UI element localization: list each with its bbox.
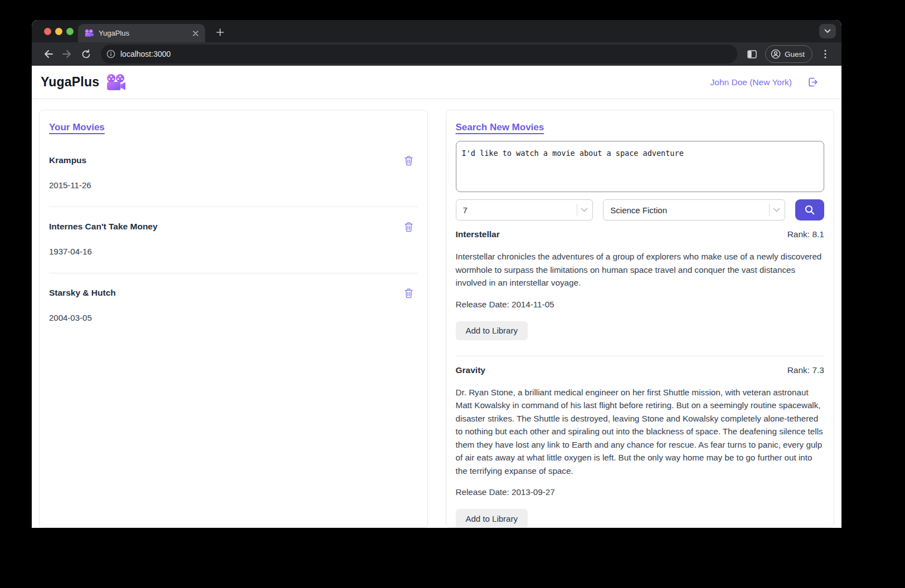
new-tab-button[interactable] [213,25,227,40]
movie-release-date: 1937-04-16 [49,247,418,256]
movie-title: Krampus [49,155,86,165]
browser-menu-icon[interactable] [818,46,833,62]
search-button[interactable] [795,199,824,220]
logout-button[interactable] [806,76,818,88]
brand: YugaPlus [41,74,126,91]
logout-icon [806,76,818,88]
search-icon [804,204,815,215]
main-content: Your Movies Krampus 201 [32,99,841,528]
result-rank: Rank: 7.3 [787,365,824,375]
genre-select[interactable]: Science Fiction [603,199,785,220]
profile-label: Guest [785,50,805,58]
your-movies-panel: Your Movies Krampus 201 [39,110,428,528]
genre-select-value: Science Fiction [610,205,766,215]
select-divider [769,204,770,216]
reload-button[interactable] [78,46,94,62]
tab-search-chevron-button[interactable] [819,24,836,38]
browser-window: YugaPlus [32,20,841,528]
user-area: John Doe (New York) [711,76,818,88]
trash-icon [404,288,413,298]
chevron-down-icon [581,208,588,212]
forward-button[interactable] [59,46,75,62]
search-result-item: Gravity Rank: 7.3 Dr. Ryan Stone, a bril… [456,356,825,528]
search-result-item: Interstellar Rank: 8.1 Interstellar chro… [456,220,825,355]
chevron-down-icon [773,208,780,212]
tab-favicon-movie-camera-icon [85,29,94,37]
tab-title: YugaPlus [99,29,191,37]
rank-select-value: 7 [463,205,574,215]
fullscreen-window-button[interactable] [66,28,74,35]
tab-strip: YugaPlus [32,20,841,42]
search-new-movies-panel: Search New Movies I'd like to watch a mo… [446,110,835,528]
delete-movie-button[interactable] [400,222,418,232]
browser-toolbar: localhost:3000 Guest [32,42,841,66]
movie-title: Internes Can't Take Money [49,222,158,232]
add-to-library-button[interactable]: Add to Library [456,321,528,340]
trash-icon [404,155,413,166]
url-text: localhost:3000 [120,50,171,58]
result-rank: Rank: 8.1 [787,229,824,239]
library-movie-item: Krampus 2015-11-26 [49,141,418,207]
result-description: Interstellar chronicles the adventures o… [456,250,825,290]
movie-release-date: 2015-11-26 [49,180,418,190]
delete-movie-button[interactable] [400,288,418,298]
side-panel-icon[interactable] [745,46,760,62]
desktop-background: YugaPlus [0,0,905,588]
search-new-movies-heading: Search New Movies [456,122,825,133]
result-movie-title: Interstellar [456,229,500,239]
result-movie-title: Gravity [456,365,485,375]
movie-release-date: 2004-03-05 [49,313,418,322]
movie-title: Starsky & Hutch [49,288,116,298]
app-header: YugaPlus [32,66,841,99]
select-divider [577,204,577,216]
close-window-button[interactable] [44,28,51,35]
profile-button[interactable]: Guest [765,45,812,63]
browser-tab-yugaplus[interactable]: YugaPlus [78,24,205,42]
address-bar[interactable]: localhost:3000 [101,45,737,63]
library-movie-item: Internes Can't Take Money 1937-04-16 [49,207,418,273]
result-release-date: Release Date: 2013-09-27 [456,487,825,497]
tab-close-icon[interactable] [191,28,201,38]
result-description: Dr. Ryan Stone, a brilliant medical engi… [456,386,825,478]
result-release-date: Release Date: 2014-11-05 [456,300,825,309]
back-button[interactable] [40,46,56,62]
search-controls: 7 Science Fiction [456,199,825,220]
user-profile-link[interactable]: John Doe (New York) [711,77,792,87]
site-info-icon[interactable] [106,50,115,58]
rank-select[interactable]: 7 [456,199,593,220]
app-title: YugaPlus [41,75,99,90]
your-movies-heading: Your Movies [49,122,418,133]
library-movie-item: Starsky & Hutch 2004-03-05 [49,273,418,339]
trash-icon [404,222,413,232]
delete-movie-button[interactable] [400,155,418,166]
app-page: YugaPlus [32,66,841,528]
minimize-window-button[interactable] [55,28,62,35]
movie-search-input[interactable]: I'd like to watch a movie about a space … [456,141,825,192]
profile-avatar-icon [771,49,781,59]
window-controls [44,20,74,42]
add-to-library-button[interactable]: Add to Library [456,509,528,528]
movie-camera-logo-icon [106,74,126,91]
